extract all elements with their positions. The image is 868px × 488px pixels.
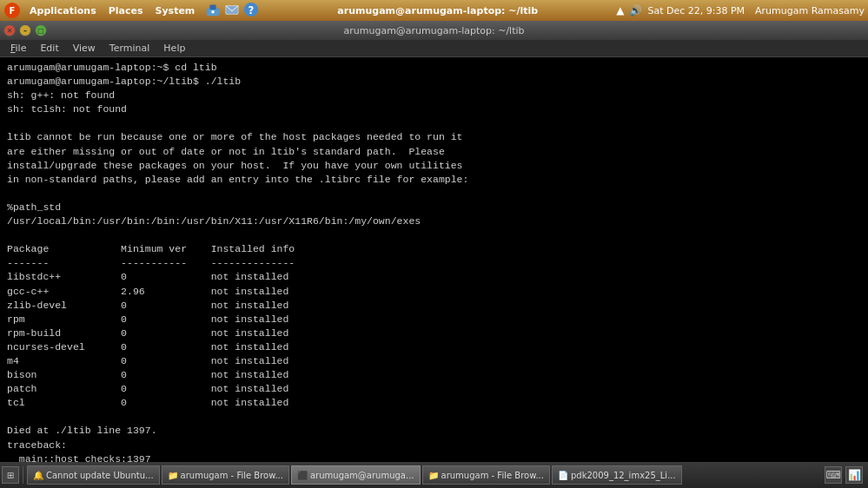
taskbar-sys-icon-1[interactable]: ⌨ [825,466,842,484]
close-button[interactable]: ✕ [3,24,16,36]
taskbar-item-label-1: arumugam - File Brow... [181,471,283,480]
taskbar-item-icon-1: 📁 [168,471,178,480]
window-title: arumugam@arumugam-laptop: ~/ltib [259,5,616,16]
taskbar-left-icon-1[interactable]: ⊞ [2,466,19,484]
sound-icon: 🔊 [629,4,642,16]
taskbar-right: ⌨ 📊 [825,466,866,484]
taskbar-item-icon-3: 📁 [428,471,439,480]
svg-point-4 [212,10,215,13]
menu-left: F Applications Places System ? [3,2,259,20]
taskbar-item-4[interactable]: 📄 pdk2009_12_imx25_Li... [552,465,682,485]
taskbar-item-label-3: arumugam - File Brow... [441,471,544,480]
help-icon: ? [243,2,259,20]
maximize-button[interactable]: □ [35,24,47,36]
menu-system[interactable]: System [150,3,201,18]
minimize-button[interactable]: – [19,24,31,36]
app-icon: F [3,2,21,19]
network-icon [205,2,221,20]
taskbar-item-icon-4: 📄 [558,471,568,480]
taskbar-item-icon-2: ⬛ [297,471,308,480]
taskbar-item-1[interactable]: 📁 arumugam - File Brow... [162,465,289,485]
menu-right: ▲ 🔊 Sat Dec 22, 9:38 PM Arumugam Ramasam… [616,4,865,16]
wifi-icon: ▲ [616,4,624,16]
taskbar-item-2[interactable]: ⬛ arumugam@arumuga... [291,465,421,485]
mail-icon [224,2,240,20]
menu-places[interactable]: Places [103,3,149,18]
top-menubar: F Applications Places System ? a [0,0,868,21]
term-menu-help[interactable]: Help [156,42,192,55]
svg-text:?: ? [248,3,255,16]
taskbar: ⊞ 🔔 Cannot update Ubuntu... 📁 arumugam -… [0,462,868,488]
taskbar-item-label-0: Cannot update Ubuntu... [46,471,154,480]
datetime-display: Sat Dec 22, 9:38 PM [647,5,745,16]
taskbar-item-label-4: pdk2009_12_imx25_Li... [571,471,676,480]
term-menu-view[interactable]: View [66,42,103,55]
svg-text:F: F [10,6,16,16]
taskbar-item-label-2: arumugam@arumuga... [310,471,414,480]
term-menu-file[interactable]: File [3,42,33,55]
taskbar-separator-1 [23,466,23,484]
svg-rect-3 [210,4,216,9]
term-menu-terminal[interactable]: Terminal [103,42,157,55]
terminal-title: arumugam@arumugam-laptop: ~/ltib [343,25,524,36]
username-display: Arumugam Ramasamy [755,5,865,16]
window-controls: ✕ – □ [3,24,47,36]
terminal-titlebar: ✕ – □ arumugam@arumugam-laptop: ~/ltib [0,21,868,40]
taskbar-item-0[interactable]: 🔔 Cannot update Ubuntu... [27,465,160,485]
menu-applications[interactable]: Applications [24,3,102,18]
terminal-window: ✕ – □ arumugam@arumugam-laptop: ~/ltib F… [0,21,868,462]
taskbar-item-3[interactable]: 📁 arumugam - File Brow... [422,465,550,485]
terminal-menu: File Edit View Terminal Help [0,40,868,57]
taskbar-item-icon-0: 🔔 [33,471,43,480]
term-menu-edit[interactable]: Edit [33,42,65,55]
taskbar-sys-icon-2[interactable]: 📊 [845,466,863,484]
terminal-content[interactable]: arumugam@arumugam-laptop:~$ cd ltib arum… [0,57,868,462]
